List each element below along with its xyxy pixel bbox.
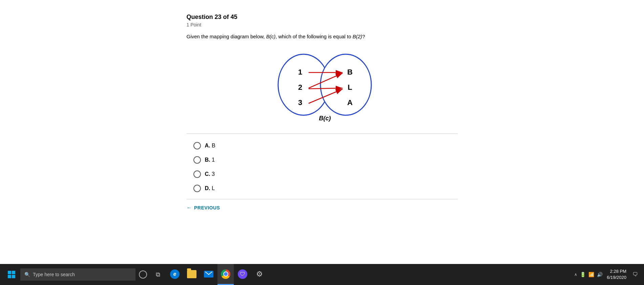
answer-option-d[interactable]: D. L bbox=[193, 185, 458, 192]
taskbar-search-bar[interactable]: 🔍 Type here to search bbox=[20, 268, 136, 281]
svg-text:A: A bbox=[347, 98, 353, 107]
radio-b[interactable] bbox=[193, 156, 201, 164]
svg-text:B(c): B(c) bbox=[319, 115, 331, 122]
proton-icon: 🛡 bbox=[238, 269, 247, 279]
volume-icon: 🔊 bbox=[597, 272, 603, 277]
svg-rect-14 bbox=[8, 271, 11, 274]
previous-arrow-icon: ← bbox=[187, 205, 192, 211]
search-placeholder-text: Type here to search bbox=[33, 272, 75, 277]
svg-text:L: L bbox=[348, 83, 352, 91]
chrome-icon bbox=[221, 269, 230, 279]
svg-text:B: B bbox=[347, 68, 353, 76]
answer-label-d: D. L bbox=[205, 185, 215, 191]
answer-option-b[interactable]: B. 1 bbox=[193, 156, 458, 164]
task-view-icon: ⧉ bbox=[156, 271, 160, 278]
answer-option-a[interactable]: A. B bbox=[193, 142, 458, 149]
folder-icon bbox=[187, 270, 196, 278]
navigation-bar: ← PREVIOUS bbox=[187, 199, 458, 216]
svg-text:2: 2 bbox=[298, 83, 302, 91]
taskbar-app-explorer[interactable] bbox=[184, 264, 200, 285]
svg-rect-17 bbox=[12, 275, 15, 278]
windows-logo-icon bbox=[7, 270, 16, 279]
system-tray-chevron-icon[interactable]: ∧ bbox=[574, 272, 577, 277]
notification-icon: 🗨 bbox=[632, 271, 638, 278]
taskbar-apps: e 🛡 ⚙ bbox=[165, 264, 574, 285]
taskbar: 🔍 Type here to search ⧉ e bbox=[0, 264, 644, 285]
mapping-diagram: 1 2 3 B L A bbox=[265, 47, 380, 125]
edge-icon: e bbox=[170, 269, 180, 279]
clock-time: 2:28 PM bbox=[607, 268, 626, 274]
taskbar-app-chrome[interactable] bbox=[217, 264, 234, 285]
clock-date: 6/19/2020 bbox=[607, 274, 626, 281]
battery-icon: 🔋 bbox=[580, 272, 586, 277]
taskbar-app-settings[interactable]: ⚙ bbox=[251, 264, 268, 285]
wifi-icon: 📶 bbox=[588, 272, 594, 277]
notification-center-button[interactable]: 🗨 bbox=[629, 264, 641, 285]
svg-rect-16 bbox=[8, 275, 11, 278]
previous-label: PREVIOUS bbox=[194, 205, 220, 210]
start-button[interactable] bbox=[3, 264, 20, 285]
answer-label-b: B. 1 bbox=[205, 157, 215, 163]
answer-label-a: A. B bbox=[205, 143, 215, 149]
question-container: Question 23 of 45 1 Point Given the mapp… bbox=[187, 7, 458, 264]
svg-rect-15 bbox=[12, 271, 15, 274]
cortana-icon bbox=[139, 270, 147, 279]
task-view-button[interactable]: ⧉ bbox=[150, 264, 165, 285]
radio-c[interactable] bbox=[193, 170, 201, 178]
svg-text:3: 3 bbox=[298, 98, 302, 107]
taskbar-app-proton[interactable]: 🛡 bbox=[234, 264, 251, 285]
svg-text:1: 1 bbox=[298, 68, 302, 76]
section-divider bbox=[187, 134, 458, 134]
system-tray: ∧ 🔋 📶 🔊 bbox=[574, 272, 607, 277]
svg-point-1 bbox=[320, 54, 371, 115]
question-points: 1 Point bbox=[187, 22, 458, 27]
settings-icon: ⚙ bbox=[256, 270, 263, 279]
radio-a[interactable] bbox=[193, 142, 201, 149]
question-title: Question 23 of 45 bbox=[187, 14, 458, 21]
diagram-container: 1 2 3 B L A bbox=[187, 47, 458, 125]
main-content: Question 23 of 45 1 Point Given the mapp… bbox=[0, 0, 644, 264]
mail-icon bbox=[204, 271, 213, 278]
question-text: Given the mapping diagram below, B(c), w… bbox=[187, 33, 458, 41]
radio-d[interactable] bbox=[193, 185, 201, 192]
taskbar-app-mail[interactable] bbox=[201, 264, 217, 285]
answer-label-c: C. 3 bbox=[205, 171, 215, 177]
answer-option-c[interactable]: C. 3 bbox=[193, 170, 458, 178]
previous-button[interactable]: ← PREVIOUS bbox=[187, 205, 220, 211]
cortana-button[interactable] bbox=[136, 264, 150, 285]
search-icon: 🔍 bbox=[24, 272, 30, 277]
answer-options: A. B B. 1 C. 3 D. L bbox=[187, 142, 458, 192]
taskbar-app-edge[interactable]: e bbox=[167, 264, 183, 285]
system-clock[interactable]: 2:28 PM 6/19/2020 bbox=[607, 268, 629, 281]
